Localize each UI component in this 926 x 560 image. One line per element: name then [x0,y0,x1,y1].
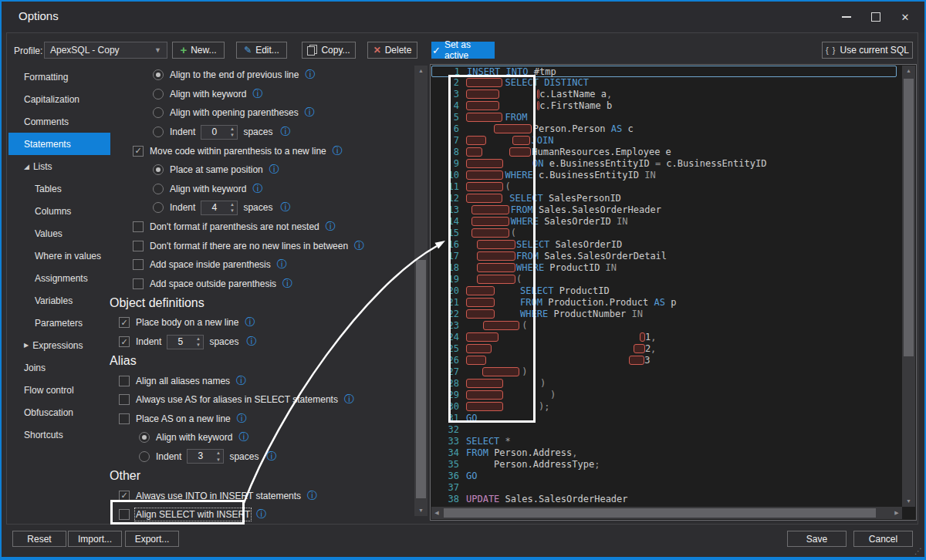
spinner-up-icon[interactable]: ▲ [227,126,237,133]
sidebar-item-values[interactable]: Values [8,222,110,245]
info-icon[interactable]: ⓘ [333,144,343,158]
scroll-up-icon[interactable]: ▲ [902,66,915,76]
info-icon[interactable]: ⓘ [307,489,317,503]
info-icon[interactable]: ⓘ [256,508,266,521]
radio-align-with-keyword[interactable] [139,432,150,443]
info-icon[interactable]: ⓘ [252,87,262,101]
copy-profile-button[interactable]: Copy... [302,42,356,59]
radio-indent[interactable] [153,127,164,137]
radio-align-with-keyword[interactable] [153,184,164,194]
resize-grip[interactable]: ⋰ [914,547,922,555]
edit-profile-button[interactable]: ✎ Edit... [236,42,287,59]
info-icon[interactable]: ⓘ [354,239,364,253]
checkbox-place-as-on-a-new-line[interactable] [119,413,130,424]
info-icon[interactable]: ⓘ [326,220,336,234]
sidebar-item-formatting[interactable]: Formatting [8,66,110,88]
sidebar-item-flow-control[interactable]: Flow control [8,379,110,401]
checkbox-don-t-format-if-there-are-no-new-lines-in-between[interactable] [133,241,144,251]
checkbox-align-select-with-insert[interactable] [119,509,130,520]
info-icon[interactable]: ⓘ [252,182,262,196]
sidebar-item-capitalization[interactable]: Capitalization [8,88,110,110]
info-icon[interactable]: ⓘ [280,201,290,214]
sidebar-item-statements[interactable]: Statements [8,133,110,155]
info-icon[interactable]: ⓘ [305,106,315,120]
indent-spinner[interactable]: 4▲▼ [201,201,238,215]
spinner-down-icon[interactable]: ▼ [227,207,237,214]
checkbox-align-all-aliases-names[interactable] [119,376,130,386]
maximize-button[interactable] [866,9,886,25]
sidebar-item-tables[interactable]: Tables [8,177,110,200]
sidebar-item-comments[interactable]: Comments [8,110,110,133]
info-icon[interactable]: ⓘ [246,335,256,349]
sidebar-item-variables[interactable]: Variables [8,289,110,312]
indent-spinner[interactable]: 0▲▼ [201,125,238,140]
checkbox-move-code-within-parenthesis-to-a-new-line[interactable]: ✓ [133,146,144,157]
sidebar-item-assignments[interactable]: Assignments [8,267,110,289]
delete-profile-button[interactable]: ✕ Delete [367,42,417,59]
info-icon[interactable]: ⓘ [238,430,248,444]
minimize-button[interactable] [836,9,857,25]
sidebar-item-obfuscation[interactable]: Obfuscation [8,401,110,423]
sidebar-item-lists[interactable]: ◢Lists [8,155,110,177]
indent-spinner[interactable]: 3▲▼ [187,449,224,464]
checkbox-don-t-format-if-parenthesis-are-not-nested[interactable] [133,221,144,232]
tree-collapsed-icon[interactable]: ▶ [24,342,29,349]
radio-align-with-opening-parentheses[interactable] [153,107,164,118]
editor-vertical-scrollbar[interactable]: ▲ ▼ [902,66,915,507]
tree-expanded-icon[interactable]: ◢ [24,163,29,170]
import-button[interactable]: Import... [68,531,122,547]
save-button[interactable]: Save [787,531,847,547]
editor-hscroll-thumb[interactable] [444,508,876,518]
scroll-down-icon[interactable]: ▼ [902,496,915,507]
spinner-up-icon[interactable]: ▲ [193,336,203,342]
sidebar-item-joins[interactable]: Joins [8,356,110,379]
sidebar-item-where-in-values[interactable]: Where in values [8,245,110,267]
checkbox-always-use-into-in-insert-statements[interactable]: ✓ [119,491,130,501]
sidebar-item-columns[interactable]: Columns [8,200,110,222]
checkbox-add-space-inside-parenthesis[interactable] [133,259,144,270]
reset-button[interactable]: Reset [12,531,66,547]
options-scrollbar[interactable]: ▲ ▼ [414,66,428,516]
use-current-sql-button[interactable]: { } Use current SQL [822,42,913,59]
checkbox-add-space-outside-parenthesis[interactable] [133,278,144,289]
spinner-down-icon[interactable]: ▼ [227,132,237,139]
export-button[interactable]: Export... [125,531,179,547]
info-icon[interactable]: ⓘ [305,68,315,82]
radio-align-to-the-end-of-previous-line[interactable] [153,69,164,80]
new-profile-button[interactable]: + New... [172,42,225,59]
radio-indent[interactable] [139,451,150,462]
options-scrollbar-thumb[interactable] [416,260,426,498]
scroll-left-icon[interactable]: ◀ [431,507,442,519]
sidebar-item-parameters[interactable]: Parameters [8,312,110,334]
info-icon[interactable]: ⓘ [237,412,247,426]
scroll-up-icon[interactable]: ▲ [414,66,428,76]
checkbox-indent[interactable]: ✓ [119,336,130,347]
spinner-down-icon[interactable]: ▼ [213,457,223,464]
radio-align-with-keyword[interactable] [153,89,164,100]
editor-horizontal-scrollbar[interactable]: ◀ ▶ [431,507,902,519]
editor-vscroll-thumb[interactable] [904,79,914,356]
set-as-active-button[interactable]: ✓ Set as active [431,42,495,59]
indent-spinner[interactable]: 5▲▼ [167,335,204,349]
info-icon[interactable]: ⓘ [280,125,290,139]
cancel-button[interactable]: Cancel [853,531,913,547]
info-icon[interactable]: ⓘ [282,277,292,291]
checkbox-always-use-as-for-aliases-in-select-statements[interactable] [119,394,130,405]
spinner-up-icon[interactable]: ▲ [227,201,237,208]
radio-place-at-same-position[interactable] [153,164,164,175]
spinner-up-icon[interactable]: ▲ [213,450,223,457]
info-icon[interactable]: ⓘ [277,258,287,272]
info-icon[interactable]: ⓘ [236,374,246,388]
info-icon[interactable]: ⓘ [266,450,276,464]
scroll-right-icon[interactable]: ▶ [891,507,902,519]
checkbox-place-body-on-a-new-line[interactable]: ✓ [119,317,130,328]
radio-indent[interactable] [153,202,164,213]
sidebar-item-expressions[interactable]: ▶Expressions [8,334,110,356]
sidebar-item-shortcuts[interactable]: Shortcuts [8,423,110,446]
info-icon[interactable]: ⓘ [269,163,279,177]
scroll-down-icon[interactable]: ▼ [414,505,428,516]
info-icon[interactable]: ⓘ [245,315,255,329]
spinner-down-icon[interactable]: ▼ [193,342,203,349]
profile-dropdown[interactable]: ApexSQL - Copy ▼ [44,42,167,59]
close-button[interactable]: ✕ [895,9,915,25]
